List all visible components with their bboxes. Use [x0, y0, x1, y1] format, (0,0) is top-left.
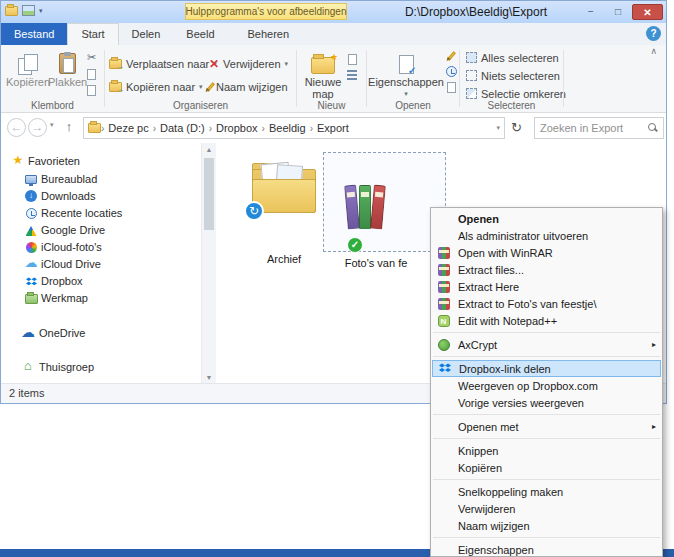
sidebar-item-werkmap[interactable]: Werkmap [41, 290, 88, 306]
sidebar-scrollbar[interactable]: ▲ ▼ [201, 143, 216, 385]
copy-to-button[interactable]: Kopiëren naar▾ [109, 78, 203, 95]
item-count: 2 items [9, 387, 44, 399]
submenu-arrow-icon: ▸ [652, 340, 656, 349]
icloud-drive-icon: ☁ [25, 255, 38, 271]
menu-item-naam-wijzigen[interactable]: Naam wijzigen [431, 517, 662, 534]
menu-item-weergeven-op-dropbox[interactable]: Weergeven op Dropbox.com [431, 377, 662, 394]
tab-delen[interactable]: Delen [119, 23, 174, 45]
sidebar-item-icloud-drive[interactable]: ☁ iCloud Drive [41, 256, 101, 272]
file-tile-fotos[interactable]: ✓ Foto's van fe [327, 149, 427, 271]
breadcrumb[interactable]: › Deze pc › Data (D:) › Dropbox › Beeldi… [83, 117, 505, 139]
homegroup-icon: ⌂ [24, 358, 32, 374]
menu-item-extract-here[interactable]: Extract Here [431, 278, 662, 295]
onedrive-icon: ☁ [21, 324, 35, 340]
dropbox-icon [26, 277, 37, 287]
sidebar-item-icloud-fotos[interactable]: iCloud-foto's [41, 239, 102, 255]
refresh-icon[interactable]: ↻ [511, 120, 522, 135]
edit-icon[interactable] [447, 51, 456, 61]
maximize-button[interactable]: □ [605, 4, 631, 20]
file-tile-archief[interactable]: ↻ Archief [239, 149, 329, 269]
search-input[interactable] [540, 122, 648, 134]
rename-button[interactable]: Naam wijzigen [209, 78, 288, 95]
menu-item-open-with-winrar[interactable]: Open with WinRAR [431, 244, 662, 261]
icloud-photos-icon [26, 242, 37, 253]
menu-item-eigenschappen[interactable]: Eigenschappen [431, 541, 662, 557]
paste-button[interactable]: Plakken [48, 48, 86, 88]
sidebar-item-onedrive[interactable]: ☁ OneDrive [39, 325, 85, 341]
copy-path-icon[interactable] [87, 69, 96, 80]
delete-button[interactable]: ✕ Verwijderen▾ [209, 55, 288, 72]
quick-access-dropdown-icon[interactable]: ▾ [39, 7, 43, 15]
tab-beheren[interactable]: Beheren [235, 23, 303, 45]
crumb-data-d[interactable]: Data (D:) [156, 122, 209, 134]
menu-item-axcrypt[interactable]: AxCrypt▸ [431, 336, 662, 353]
menu-item-knippen[interactable]: Knippen [431, 442, 662, 459]
open-small-buttons [446, 51, 457, 93]
menu-item-extract-to[interactable]: Extract to Foto's van feestje\ [431, 295, 662, 312]
easy-access-icon[interactable] [347, 70, 357, 80]
menu-separator [433, 537, 660, 538]
new-folder-button[interactable]: Nieuwe map [301, 48, 345, 100]
cut-icon[interactable]: ✂ [87, 51, 96, 64]
select-none-icon [466, 70, 477, 81]
check-badge-icon: ✓ [347, 237, 363, 253]
paste-shortcut-icon[interactable] [87, 85, 96, 96]
menu-item-openen-met[interactable]: Openen met▸ [431, 418, 662, 435]
ribbon-tabs: Bestand Start Delen Beeld Beheren ? [1, 23, 666, 45]
sidebar-item-dropbox[interactable]: Dropbox [41, 273, 83, 289]
scrollbar-thumb[interactable] [204, 158, 214, 230]
scroll-up-icon[interactable]: ▲ [202, 143, 216, 157]
navigation-pane: ★ Favorieten Bureaublad ↓ Downloads Rece… [1, 143, 201, 385]
delete-icon: ✕ [209, 57, 219, 71]
up-button[interactable]: ↑ [60, 119, 78, 134]
tab-start[interactable]: Start [67, 23, 118, 45]
close-button[interactable]: ✕ [632, 4, 663, 20]
sidebar-item-bureaublad[interactable]: Bureaublad [41, 171, 97, 187]
sidebar-item-thuisgroep[interactable]: ⌂ Thuisgroep [39, 359, 94, 375]
copy-button[interactable]: Kopiëren [6, 48, 48, 88]
new-item-icon[interactable] [348, 54, 357, 65]
menu-item-verwijderen[interactable]: Verwijderen [431, 500, 662, 517]
tab-beeld[interactable]: Beeld [173, 23, 227, 45]
menu-item-als-administrator[interactable]: Als administrator uitvoeren [431, 227, 662, 244]
file-label: Archief [239, 253, 329, 265]
select-none-button[interactable]: Niets selecteren [466, 67, 560, 84]
copy-to-icon [109, 82, 122, 92]
group-nieuw: Nieuwe map Nieuw [297, 45, 366, 112]
crumb-dropbox[interactable]: Dropbox [212, 122, 262, 134]
select-all-button[interactable]: Alles selecteren [466, 49, 559, 66]
recent-locations-icon[interactable]: ▾ [50, 121, 54, 129]
sidebar-item-google-drive[interactable]: Google Drive [41, 222, 105, 238]
downloads-icon: ↓ [25, 190, 37, 202]
open-icon[interactable] [447, 82, 456, 93]
group-label: Klembord [1, 100, 104, 111]
menu-item-extract-files[interactable]: Extract files... [431, 261, 662, 278]
crumb-deze-pc[interactable]: Deze pc [104, 122, 152, 134]
forward-icon: → [32, 120, 44, 134]
sidebar-item-recente-locaties[interactable]: Recente locaties [41, 205, 122, 221]
forward-button[interactable]: → [28, 118, 47, 137]
help-icon[interactable]: ? [646, 26, 661, 41]
menu-item-edit-with-notepadpp[interactable]: Edit with Notepad++ [431, 312, 662, 329]
collapse-ribbon-icon[interactable]: ∧ [650, 46, 657, 56]
menu-item-openen[interactable]: Openen [431, 210, 662, 227]
menu-item-dropbox-link-delen[interactable]: Dropbox-link delen [432, 360, 661, 377]
sidebar-item-favorieten[interactable]: ★ Favorieten [28, 153, 80, 169]
menu-item-kopieren[interactable]: Kopiëren [431, 459, 662, 476]
menu-item-vorige-versies[interactable]: Vorige versies weergeven [431, 394, 662, 411]
properties-button[interactable]: Eigenschappen ▾ [368, 48, 444, 100]
crumb-export[interactable]: Export [313, 122, 353, 134]
group-organiseren: Verplaatsen naar▾ Kopiëren naar▾ ✕ Verwi… [105, 45, 296, 112]
back-button[interactable]: ← [7, 118, 26, 137]
tab-bestand[interactable]: Bestand [1, 23, 67, 45]
minimize-button[interactable]: − [578, 4, 604, 20]
menu-item-snelkoppeling-maken[interactable]: Snelkoppeling maken [431, 483, 662, 500]
window-title: D:\Dropbox\Beeldig\Export [361, 5, 591, 19]
address-dropdown-icon[interactable]: ▾ [496, 124, 500, 132]
crumb-beeldig[interactable]: Beeldig [265, 122, 310, 134]
move-to-button[interactable]: Verplaatsen naar▾ [109, 55, 217, 72]
history-icon[interactable] [446, 66, 457, 77]
titlebar[interactable]: ▾ Hulpprogramma's voor afbeeldingen D:\D… [1, 1, 666, 23]
new-folder-icon [311, 57, 335, 74]
sidebar-item-downloads[interactable]: ↓ Downloads [41, 188, 95, 204]
